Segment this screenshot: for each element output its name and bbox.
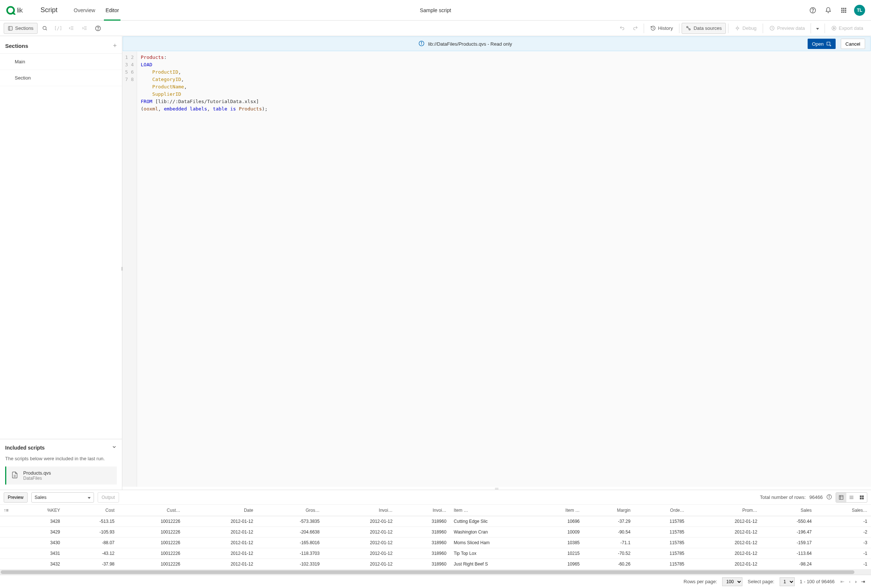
- bell-icon[interactable]: [823, 5, 834, 15]
- code-editor[interactable]: 1 2 3 4 5 6 7 8 Products: LOAD ProductID…: [122, 52, 871, 487]
- view-list-button[interactable]: [846, 492, 857, 502]
- nav-overview[interactable]: Overview: [69, 0, 100, 20]
- view-table-button[interactable]: [836, 492, 846, 502]
- open-script-button[interactable]: Open: [808, 39, 836, 49]
- svg-point-15: [43, 27, 46, 30]
- last-page-button[interactable]: ⇥: [860, 579, 866, 584]
- sidebar-resize-handle[interactable]: ||: [120, 263, 123, 274]
- cancel-button[interactable]: Cancel: [841, 39, 865, 49]
- history-label: History: [658, 25, 673, 31]
- sections-toggle-label: Sections: [15, 25, 33, 31]
- svg-rect-41: [827, 42, 830, 45]
- section-item-main[interactable]: Main: [0, 54, 122, 70]
- history-button[interactable]: History: [646, 23, 677, 34]
- included-item-name: Products.qvs: [23, 470, 51, 476]
- add-section-button[interactable]: +: [113, 42, 117, 50]
- rows-per-page-label: Rows per page:: [684, 579, 717, 584]
- info-icon: [419, 40, 425, 48]
- included-script-item[interactable]: Products.qvs DataFiles: [5, 467, 117, 485]
- svg-point-3: [813, 11, 813, 12]
- svg-rect-54: [860, 495, 862, 497]
- prev-page-button[interactable]: ‹: [848, 579, 851, 584]
- svg-rect-12: [845, 11, 846, 12]
- preview-resize-handle[interactable]: ═: [122, 487, 871, 490]
- included-scripts-hint: The scripts below were included in the l…: [0, 456, 122, 467]
- nav-editor[interactable]: Editor: [100, 0, 124, 20]
- svg-point-47: [829, 495, 829, 495]
- view-grid-button[interactable]: [857, 492, 867, 502]
- debug-label: Debug: [742, 25, 756, 31]
- search-button[interactable]: [39, 23, 51, 34]
- svg-rect-57: [862, 497, 864, 499]
- pagination-footer: Rows per page: 100 Select page: 1 1 - 10…: [0, 575, 871, 588]
- preview-dropdown-button[interactable]: [811, 23, 822, 34]
- total-rows-label: Total number of rows:: [760, 494, 806, 500]
- code-content[interactable]: Products: LOAD ProductID, CategoryID, Pr…: [137, 52, 871, 487]
- first-page-button[interactable]: ⇤: [840, 579, 845, 584]
- help-icon[interactable]: [808, 5, 818, 15]
- pager: ⇤ ‹ › ⇥: [840, 579, 866, 584]
- open-label: Open: [812, 41, 824, 47]
- script-file-icon: [11, 471, 19, 480]
- redo-button[interactable]: [630, 23, 642, 34]
- svg-rect-11: [843, 11, 844, 12]
- editor-toolbar: Sections [/] History Data sources Debug …: [0, 21, 871, 36]
- horizontal-scrollbar[interactable]: [0, 570, 871, 575]
- section-list: Main Section: [0, 54, 122, 86]
- preview-data-label: Preview data: [777, 25, 805, 31]
- section-item-section[interactable]: Section: [0, 70, 122, 86]
- svg-rect-6: [845, 8, 846, 9]
- user-avatar[interactable]: TL: [854, 5, 865, 16]
- svg-rect-5: [843, 8, 844, 9]
- included-item-source: DataFiles: [23, 476, 51, 481]
- output-button[interactable]: Output: [98, 492, 119, 503]
- svg-rect-7: [841, 10, 842, 11]
- data-table: ↑≡%KEYCostCust…DateGros…Invoi…Invoi…Item…: [0, 505, 871, 570]
- included-scripts-title: Included scripts: [5, 445, 45, 451]
- info-icon[interactable]: [826, 494, 832, 501]
- data-preview-panel: Preview Sales Output Total number of row…: [0, 490, 871, 575]
- svg-point-40: [421, 42, 422, 42]
- next-page-button[interactable]: ›: [855, 579, 858, 584]
- brand: lik Script: [6, 6, 57, 15]
- included-chevron-icon[interactable]: [112, 445, 117, 451]
- table-selector[interactable]: Sales: [31, 492, 94, 503]
- svg-line-27: [688, 28, 689, 29]
- svg-marker-35: [834, 27, 835, 29]
- data-sources-button[interactable]: Data sources: [682, 23, 726, 34]
- main: Sections + Main Section Included scripts…: [0, 36, 871, 490]
- help-toolbar-button[interactable]: [92, 23, 104, 34]
- data-table-wrap[interactable]: ↑≡%KEYCostCust…DateGros…Invoi…Invoi…Item…: [0, 505, 871, 570]
- preview-tab-button[interactable]: Preview: [4, 492, 28, 503]
- top-bar: lik Script Overview Editor Sample script…: [0, 0, 871, 21]
- preview-data-button[interactable]: Preview data: [765, 23, 809, 34]
- svg-rect-8: [843, 10, 844, 11]
- sections-toggle-button[interactable]: Sections: [4, 23, 37, 34]
- svg-rect-56: [860, 497, 862, 499]
- svg-rect-13: [9, 26, 12, 30]
- page-select[interactable]: 1: [780, 577, 795, 586]
- export-data-button[interactable]: Export data: [827, 23, 868, 34]
- debug-button[interactable]: Debug: [730, 23, 760, 34]
- sidebar-title: Sections: [5, 43, 28, 49]
- qlik-logo: lik: [6, 6, 32, 15]
- preview-toolbar: Preview Sales Output Total number of row…: [0, 490, 871, 505]
- rows-per-page-select[interactable]: 100: [722, 577, 742, 586]
- apps-grid-icon[interactable]: [838, 5, 849, 15]
- svg-text:lik: lik: [17, 6, 23, 14]
- top-nav: Overview Editor: [69, 0, 124, 20]
- undo-button[interactable]: [617, 23, 628, 34]
- export-data-label: Export data: [839, 25, 864, 31]
- view-mode-toggle: [836, 492, 867, 503]
- svg-line-16: [46, 29, 47, 30]
- outdent-button[interactable]: [66, 23, 77, 34]
- svg-rect-9: [845, 10, 846, 11]
- svg-rect-55: [862, 495, 864, 497]
- editor-area: lib://DataFiles/Products.qvs - Read only…: [122, 36, 871, 490]
- page-range: 1 - 100 of 96466: [800, 579, 835, 584]
- sidebar: Sections + Main Section Included scripts…: [0, 36, 122, 490]
- indent-button[interactable]: [79, 23, 91, 34]
- comment-button[interactable]: [/]: [52, 23, 64, 34]
- readonly-path: lib://DataFiles/Products.qvs - Read only: [428, 41, 512, 47]
- line-gutter: 1 2 3 4 5 6 7 8: [122, 52, 137, 487]
